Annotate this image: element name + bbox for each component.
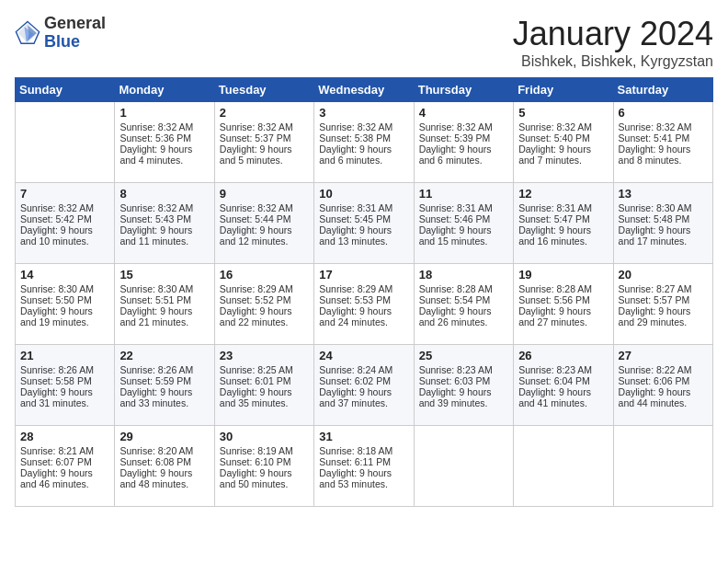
logo-general: General (44, 15, 106, 33)
sunrise-text: Sunrise: 8:32 AM (119, 202, 209, 213)
day-number: 7 (20, 187, 109, 201)
week-row-4: 21Sunrise: 8:26 AMSunset: 5:58 PMDayligh… (16, 345, 713, 426)
day-number: 30 (220, 430, 309, 443)
sunrise-text: Sunrise: 8:26 AM (119, 364, 209, 375)
sunset-text: Sunset: 6:08 PM (119, 456, 209, 467)
day-number: 21 (20, 349, 109, 362)
calendar-cell (613, 426, 712, 507)
sunset-text: Sunset: 5:52 PM (220, 294, 309, 305)
day-number: 14 (20, 268, 109, 282)
sunrise-text: Sunrise: 8:29 AM (319, 283, 408, 294)
col-header-saturday: Saturday (613, 78, 712, 102)
sunset-text: Sunset: 5:54 PM (419, 294, 508, 305)
title-block: January 2024 Bishkek, Bishkek, Kyrgyzsta… (513, 15, 713, 70)
calendar-cell: 12Sunrise: 8:31 AMSunset: 5:47 PMDayligh… (514, 183, 613, 264)
sunset-text: Sunset: 5:40 PM (518, 132, 608, 144)
daylight-text: Daylight: 9 hours and 7 minutes. (518, 144, 608, 166)
calendar-cell: 15Sunrise: 8:30 AMSunset: 5:51 PMDayligh… (115, 264, 214, 345)
day-number: 16 (220, 268, 309, 282)
calendar-cell: 27Sunrise: 8:22 AMSunset: 6:06 PMDayligh… (613, 345, 712, 426)
calendar-cell: 14Sunrise: 8:30 AMSunset: 5:50 PMDayligh… (16, 264, 115, 345)
day-number: 1 (119, 106, 209, 120)
day-number: 4 (419, 106, 508, 120)
day-number: 26 (518, 349, 608, 362)
sunrise-text: Sunrise: 8:32 AM (20, 202, 109, 213)
daylight-text: Daylight: 9 hours and 11 minutes. (119, 224, 209, 247)
day-number: 22 (119, 349, 209, 362)
col-header-friday: Friday (514, 78, 613, 102)
sunrise-text: Sunrise: 8:21 AM (20, 445, 109, 456)
col-header-thursday: Thursday (414, 78, 513, 102)
sunrise-text: Sunrise: 8:32 AM (319, 121, 408, 132)
col-header-sunday: Sunday (16, 78, 115, 102)
calendar-cell: 19Sunrise: 8:28 AMSunset: 5:56 PMDayligh… (514, 264, 613, 345)
calendar-table: SundayMondayTuesdayWednesdayThursdayFrid… (15, 77, 713, 507)
sunrise-text: Sunrise: 8:29 AM (220, 283, 309, 294)
sunrise-text: Sunrise: 8:30 AM (619, 202, 708, 213)
calendar-cell: 11Sunrise: 8:31 AMSunset: 5:46 PMDayligh… (414, 183, 513, 264)
month-title: January 2024 (513, 15, 713, 53)
sunset-text: Sunset: 6:10 PM (220, 456, 309, 467)
sunset-text: Sunset: 5:46 PM (419, 213, 508, 224)
calendar-cell: 20Sunrise: 8:27 AMSunset: 5:57 PMDayligh… (613, 264, 712, 345)
sunrise-text: Sunrise: 8:32 AM (518, 121, 608, 132)
daylight-text: Daylight: 9 hours and 50 minutes. (220, 467, 309, 489)
sunrise-text: Sunrise: 8:26 AM (20, 364, 109, 375)
daylight-text: Daylight: 9 hours and 6 minutes. (419, 144, 508, 166)
daylight-text: Daylight: 9 hours and 17 minutes. (619, 224, 708, 247)
sunset-text: Sunset: 6:04 PM (518, 375, 608, 386)
daylight-text: Daylight: 9 hours and 33 minutes. (119, 386, 209, 408)
sunset-text: Sunset: 5:53 PM (319, 294, 408, 305)
calendar-cell: 6Sunrise: 8:32 AMSunset: 5:41 PMDaylight… (613, 102, 712, 183)
sunset-text: Sunset: 5:48 PM (619, 213, 708, 224)
sunset-text: Sunset: 6:06 PM (619, 375, 708, 386)
sunset-text: Sunset: 6:02 PM (319, 375, 408, 386)
day-number: 18 (419, 268, 508, 282)
day-number: 2 (220, 106, 309, 120)
sunrise-text: Sunrise: 8:22 AM (619, 364, 708, 375)
location-title: Bishkek, Bishkek, Kyrgyzstan (513, 53, 713, 70)
sunset-text: Sunset: 5:38 PM (319, 132, 408, 144)
sunset-text: Sunset: 5:37 PM (220, 132, 309, 144)
calendar-cell: 30Sunrise: 8:19 AMSunset: 6:10 PMDayligh… (214, 426, 313, 507)
week-row-5: 28Sunrise: 8:21 AMSunset: 6:07 PMDayligh… (16, 426, 713, 507)
sunrise-text: Sunrise: 8:18 AM (319, 445, 408, 456)
day-number: 28 (20, 430, 109, 443)
day-number: 8 (119, 187, 209, 201)
day-number: 12 (518, 187, 608, 201)
calendar-cell: 22Sunrise: 8:26 AMSunset: 5:59 PMDayligh… (115, 345, 214, 426)
week-row-3: 14Sunrise: 8:30 AMSunset: 5:50 PMDayligh… (16, 264, 713, 345)
sunset-text: Sunset: 6:03 PM (419, 375, 508, 386)
sunrise-text: Sunrise: 8:24 AM (319, 364, 408, 375)
sunset-text: Sunset: 5:43 PM (119, 213, 209, 224)
daylight-text: Daylight: 9 hours and 39 minutes. (419, 386, 508, 408)
week-row-1: 1Sunrise: 8:32 AMSunset: 5:36 PMDaylight… (16, 102, 713, 183)
calendar-cell: 26Sunrise: 8:23 AMSunset: 6:04 PMDayligh… (514, 345, 613, 426)
sunrise-text: Sunrise: 8:19 AM (220, 445, 309, 456)
col-header-tuesday: Tuesday (214, 78, 313, 102)
calendar-cell: 31Sunrise: 8:18 AMSunset: 6:11 PMDayligh… (314, 426, 414, 507)
calendar-cell: 28Sunrise: 8:21 AMSunset: 6:07 PMDayligh… (16, 426, 115, 507)
day-number: 11 (419, 187, 508, 201)
sunrise-text: Sunrise: 8:30 AM (20, 283, 109, 294)
sunrise-text: Sunrise: 8:31 AM (319, 202, 408, 213)
day-number: 31 (319, 430, 408, 443)
sunrise-text: Sunrise: 8:32 AM (220, 202, 309, 213)
sunset-text: Sunset: 5:41 PM (619, 132, 708, 144)
sunset-text: Sunset: 5:56 PM (518, 294, 608, 305)
daylight-text: Daylight: 9 hours and 6 minutes. (319, 144, 408, 166)
calendar-cell: 7Sunrise: 8:32 AMSunset: 5:42 PMDaylight… (16, 183, 115, 264)
calendar-cell: 13Sunrise: 8:30 AMSunset: 5:48 PMDayligh… (613, 183, 712, 264)
calendar-cell: 1Sunrise: 8:32 AMSunset: 5:36 PMDaylight… (115, 102, 214, 183)
sunrise-text: Sunrise: 8:25 AM (220, 364, 309, 375)
sunrise-text: Sunrise: 8:30 AM (119, 283, 209, 294)
sunrise-text: Sunrise: 8:32 AM (619, 121, 708, 132)
day-number: 15 (119, 268, 209, 282)
daylight-text: Daylight: 9 hours and 29 minutes. (619, 305, 708, 327)
sunset-text: Sunset: 5:45 PM (319, 213, 408, 224)
daylight-text: Daylight: 9 hours and 24 minutes. (319, 305, 408, 327)
calendar-cell: 23Sunrise: 8:25 AMSunset: 6:01 PMDayligh… (214, 345, 313, 426)
sunrise-text: Sunrise: 8:32 AM (220, 121, 309, 132)
calendar-cell (514, 426, 613, 507)
calendar-cell: 21Sunrise: 8:26 AMSunset: 5:58 PMDayligh… (16, 345, 115, 426)
